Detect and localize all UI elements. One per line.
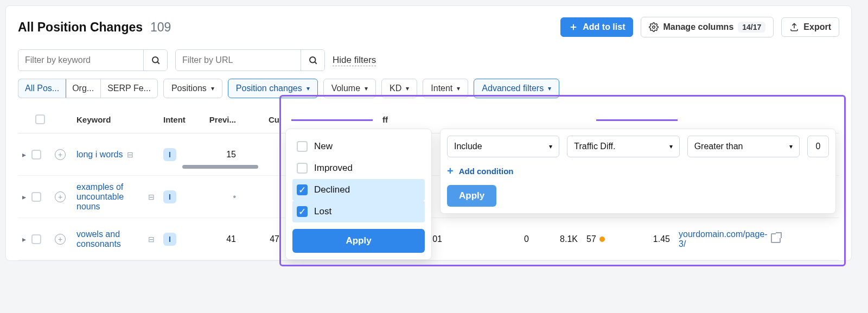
manage-columns-label: Manage columns	[663, 22, 733, 32]
intent-badge: I	[163, 148, 176, 161]
url-filter-group	[175, 49, 325, 71]
svg-point-2	[310, 57, 316, 63]
svg-point-0	[653, 26, 655, 29]
url-search-button[interactable]	[301, 50, 324, 71]
seg-serp-features[interactable]: SERP Fe...	[101, 79, 157, 98]
select-all-checkbox[interactable]	[35, 114, 45, 124]
external-link-icon[interactable]	[771, 233, 781, 243]
chevron-down-icon: ▾	[548, 85, 551, 92]
horizontal-scroll-thumb[interactable]	[182, 165, 258, 169]
adv-apply-button[interactable]: Apply	[447, 185, 496, 207]
pc-option-declined[interactable]: ✓ Declined	[292, 179, 425, 201]
url-filter-input[interactable]	[176, 50, 301, 71]
serp-icon[interactable]: ⊟	[127, 150, 133, 159]
serp-icon[interactable]: ⊟	[148, 193, 155, 201]
export-button[interactable]: Export	[781, 17, 839, 37]
row-checkbox[interactable]	[31, 150, 41, 159]
checkbox-icon	[297, 163, 308, 174]
export-label: Export	[803, 22, 831, 32]
serp-icon[interactable]: ⊟	[148, 235, 155, 244]
plus-icon	[569, 22, 578, 32]
advanced-filters-popover: Include▾ Traffic Diff.▾ Greater than▾ 0 …	[440, 129, 836, 214]
add-keyword-icon[interactable]: +	[55, 191, 66, 202]
search-icon	[151, 55, 161, 65]
add-keyword-icon[interactable]: +	[55, 234, 66, 245]
volume-value: 8.1K	[533, 231, 582, 247]
manage-columns-button[interactable]: Manage columns 14/17	[641, 17, 774, 37]
keyword-link[interactable]: vowels and consonants	[76, 229, 144, 249]
chevron-down-icon: ▾	[406, 85, 409, 92]
pc-option-new[interactable]: New	[292, 136, 425, 157]
expand-icon[interactable]: ▸	[22, 193, 26, 201]
seg-organic[interactable]: Org...	[66, 79, 101, 98]
search-icon	[308, 55, 318, 65]
adv-metric-select[interactable]: Traffic Diff.▾	[567, 136, 679, 157]
row-checkbox[interactable]	[31, 234, 41, 244]
chevron-down-icon: ▾	[457, 85, 460, 92]
chevron-down-icon: ▾	[549, 143, 552, 150]
volume-filter[interactable]: Volume▾	[323, 79, 376, 98]
cell-value: 0	[490, 231, 533, 247]
url-link[interactable]: yourdomain.com/page-3/	[679, 229, 768, 248]
checkbox-icon	[297, 141, 308, 152]
keyword-filter-input[interactable]	[18, 50, 143, 71]
keyword-link[interactable]: long i words	[76, 150, 123, 159]
columns-count-badge: 14/17	[738, 22, 765, 33]
keyword-link[interactable]: examples of uncountable nouns	[76, 182, 144, 212]
position-changes-popover: New Improved ✓ Declined ✓ Lost Apply	[285, 129, 432, 260]
col-keyword[interactable]: Keyword	[72, 112, 159, 127]
col-current[interactable]: Cu	[240, 112, 284, 127]
row-checkbox[interactable]	[31, 192, 41, 202]
cpc-value: 1.45	[626, 231, 674, 247]
chevron-down-icon: ▾	[307, 85, 310, 92]
adv-value-input[interactable]: 0	[807, 136, 829, 157]
checkbox-checked-icon: ✓	[297, 184, 308, 195]
intent-badge: I	[163, 190, 176, 203]
add-to-list-label: Add to list	[583, 22, 625, 32]
svg-point-1	[152, 57, 158, 63]
pc-option-improved[interactable]: Improved	[292, 157, 425, 179]
kd-filter[interactable]: KD▾	[381, 79, 417, 98]
position-type-segment: All Pos... Org... SERP Fe...	[18, 79, 158, 98]
chevron-down-icon: ▾	[669, 143, 673, 150]
plus-icon: +	[447, 165, 454, 177]
col-intent[interactable]: Intent	[159, 112, 197, 127]
current-pos: 47	[240, 231, 284, 247]
chevron-down-icon: ▾	[789, 143, 793, 150]
position-changes-filter[interactable]: Position changes▾	[228, 79, 318, 98]
expand-icon[interactable]: ▸	[22, 235, 26, 244]
kd-dot-icon	[599, 237, 605, 242]
keyword-filter-group	[18, 49, 168, 71]
page-title: All Position Changes	[18, 20, 143, 35]
add-condition-button[interactable]: + Add condition	[447, 165, 829, 177]
previous-pos: 15	[197, 146, 240, 163]
kd-value: 57	[586, 234, 596, 244]
expand-icon[interactable]: ▸	[22, 150, 26, 159]
col-previous[interactable]: Previ...	[197, 112, 240, 127]
positions-filter[interactable]: Positions▾	[163, 79, 222, 98]
advanced-filters[interactable]: Advanced filters▾	[474, 79, 559, 98]
add-to-list-button[interactable]: Add to list	[560, 17, 633, 37]
intent-badge: I	[163, 233, 176, 246]
pc-apply-button[interactable]: Apply	[292, 229, 425, 253]
intent-filter[interactable]: Intent▾	[423, 79, 468, 98]
chevron-down-icon: ▾	[211, 85, 214, 92]
export-icon	[789, 22, 799, 32]
previous-pos: 41	[197, 231, 240, 247]
gear-icon	[649, 22, 659, 32]
previous-pos: •	[197, 189, 240, 205]
result-count: 109	[150, 20, 171, 35]
chevron-down-icon: ▾	[365, 85, 368, 92]
adv-include-select[interactable]: Include▾	[447, 136, 559, 157]
hide-filters-link[interactable]: Hide filters	[333, 55, 376, 66]
seg-all-positions[interactable]: All Pos...	[18, 79, 66, 98]
keyword-search-button[interactable]	[143, 50, 167, 71]
adv-operator-select[interactable]: Greater than▾	[687, 136, 800, 157]
pc-option-lost[interactable]: ✓ Lost	[292, 201, 425, 222]
checkbox-checked-icon: ✓	[297, 206, 308, 217]
add-keyword-icon[interactable]: +	[55, 149, 66, 160]
